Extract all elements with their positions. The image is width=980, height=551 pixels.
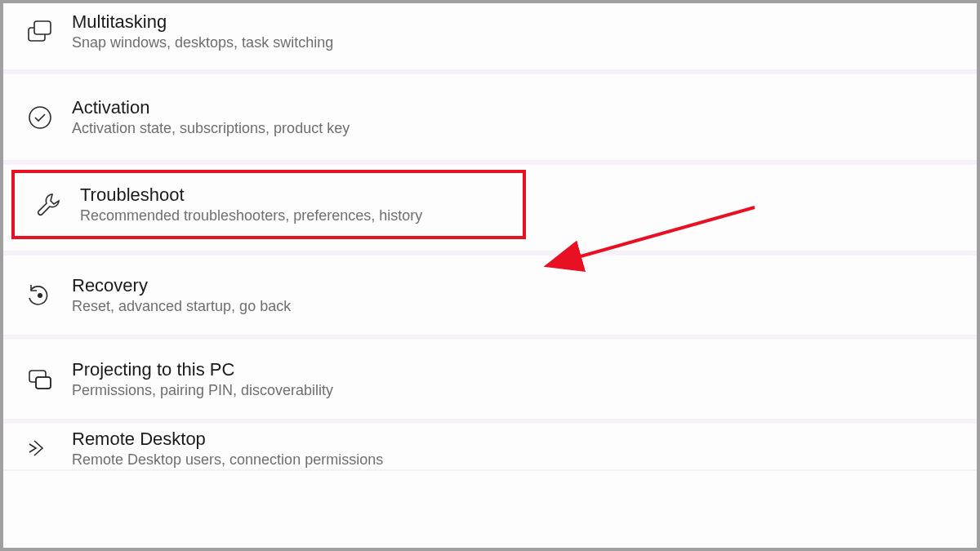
item-title: Recovery [72,275,291,296]
settings-item-activation[interactable]: Activation Activation state, subscriptio… [3,74,977,162]
settings-item-multitasking[interactable]: Multitasking Snap windows, desktops, tas… [3,3,977,71]
settings-list: Multitasking Snap windows, desktops, tas… [3,3,977,471]
item-subtitle: Reset, advanced startup, go back [72,298,291,315]
item-subtitle: Permissions, pairing PIN, discoverabilit… [72,382,333,399]
settings-item-troubleshoot[interactable]: Troubleshoot Recommended troubleshooters… [3,165,977,252]
settings-item-remote-desktop[interactable]: Remote Desktop Remote Desktop users, con… [3,424,977,471]
item-subtitle: Activation state, subscriptions, product… [72,120,350,137]
item-subtitle: Snap windows, desktops, task switching [72,34,333,51]
svg-point-2 [38,293,42,298]
checkmark-circle-icon [26,104,72,131]
settings-item-recovery[interactable]: Recovery Reset, advanced startup, go bac… [3,256,977,336]
item-title: Remote Desktop [72,429,383,450]
svg-point-1 [29,107,51,128]
item-subtitle: Remote Desktop users, connection permiss… [72,451,383,469]
item-subtitle: Recommended troubleshooters, preferences… [80,207,422,224]
wrench-icon [34,191,80,219]
remote-desktop-icon [26,434,72,462]
svg-rect-4 [36,377,51,389]
recovery-icon [26,282,72,309]
settings-panel: Multitasking Snap windows, desktops, tas… [3,3,977,548]
highlight-box: Troubleshoot Recommended troubleshooters… [11,170,526,239]
svg-rect-0 [34,21,51,34]
item-title: Activation [72,97,350,118]
settings-item-projecting[interactable]: Projecting to this PC Permissions, pairi… [3,340,977,420]
item-title: Projecting to this PC [72,359,333,380]
multitasking-icon [26,18,72,46]
projecting-icon [26,366,72,393]
item-title: Troubleshoot [80,184,422,206]
item-title: Multitasking [72,11,333,33]
